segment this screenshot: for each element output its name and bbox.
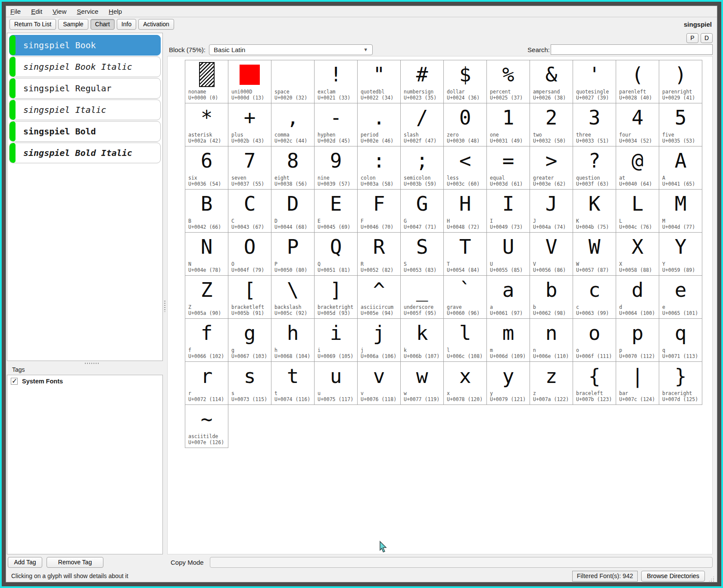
font-list-item[interactable]: singspiel Bold Italic bbox=[9, 143, 161, 163]
glyph-cell-y[interactable]: yyU+0079 (121) bbox=[487, 362, 530, 405]
glyph-cell-g[interactable]: ggU+0067 (103) bbox=[228, 319, 271, 362]
glyph-cell-seven[interactable]: 7sevenU+0037 (55) bbox=[228, 146, 271, 190]
glyph-cell-braceleft[interactable]: {braceleftU+007b (123) bbox=[573, 362, 616, 405]
glyph-cell-H[interactable]: HHU+0048 (72) bbox=[444, 190, 487, 233]
glyph-cell-t[interactable]: ttU+0074 (116) bbox=[271, 362, 315, 405]
glyph-cell-j[interactable]: jjU+006a (106) bbox=[358, 319, 401, 362]
font-list-item[interactable]: singspiel Book bbox=[9, 35, 161, 56]
glyph-cell-percent[interactable]: %percentU+0025 (37) bbox=[487, 60, 530, 103]
glyph-cell-greater[interactable]: >greaterU+003e (62) bbox=[530, 146, 573, 190]
glyph-cell-six[interactable]: 6sixU+0036 (54) bbox=[185, 146, 228, 190]
glyph-cell-backslash[interactable]: \backslashU+005c (92) bbox=[271, 276, 315, 319]
toolbar-button-sample[interactable]: Sample bbox=[58, 19, 88, 30]
glyph-cell-at[interactable]: @atU+0040 (64) bbox=[616, 146, 659, 190]
glyph-cell-Q[interactable]: QQU+0051 (81) bbox=[315, 233, 358, 276]
add-tag-button[interactable]: Add Tag bbox=[8, 557, 42, 568]
glyph-cell-C[interactable]: CCU+0043 (67) bbox=[228, 190, 271, 233]
glyph-cell-R[interactable]: RRU+0052 (82) bbox=[358, 233, 401, 276]
glyph-cell-a[interactable]: aaU+0061 (97) bbox=[487, 276, 530, 319]
glyph-cell-F[interactable]: FFU+0046 (70) bbox=[358, 190, 401, 233]
glyph-cell-p[interactable]: ppU+0070 (112) bbox=[616, 319, 659, 362]
glyph-cell-n[interactable]: nnU+006e (110) bbox=[530, 319, 573, 362]
glyph-cell-eight[interactable]: 8eightU+0038 (56) bbox=[271, 146, 315, 190]
menu-edit[interactable]: Edit bbox=[31, 8, 42, 15]
glyph-cell-M[interactable]: MMU+004d (77) bbox=[659, 190, 702, 233]
glyph-cell-four[interactable]: 4fourU+0034 (52) bbox=[616, 103, 659, 146]
glyph-cell-bracketleft[interactable]: [bracketleftU+005b (91) bbox=[228, 276, 271, 319]
glyph-cell-nine[interactable]: 9nineU+0039 (57) bbox=[315, 146, 358, 190]
glyph-cell-i[interactable]: iiU+0069 (105) bbox=[315, 319, 358, 362]
glyph-cell-K[interactable]: KKU+004b (75) bbox=[573, 190, 616, 233]
glyph-cell-uni000D[interactable]: uni000DU+000d (13) bbox=[228, 60, 271, 103]
glyph-cell-A[interactable]: AAU+0041 (65) bbox=[659, 146, 702, 190]
glyph-cell-B[interactable]: BBU+0042 (66) bbox=[185, 190, 228, 233]
font-list-item[interactable]: singspiel Bold bbox=[9, 121, 161, 142]
glyph-cell-k[interactable]: kkU+006b (107) bbox=[401, 319, 444, 362]
glyph-cell-space[interactable]: spaceU+0020 (32) bbox=[271, 60, 315, 103]
glyph-cell-dollar[interactable]: $dollarU+0024 (36) bbox=[444, 60, 487, 103]
glyph-cell-period[interactable]: .periodU+002e (46) bbox=[358, 103, 401, 146]
glyph-cell-L[interactable]: LLU+004c (76) bbox=[616, 190, 659, 233]
font-list-item[interactable]: singspiel Italic bbox=[9, 100, 161, 120]
font-list-item[interactable]: singspiel Regular bbox=[9, 78, 161, 99]
glyph-cell-asciicircum[interactable]: ^asciicircumU+005e (94) bbox=[358, 276, 401, 319]
glyph-cell-O[interactable]: OOU+004f (79) bbox=[228, 233, 271, 276]
glyph-cell-c[interactable]: ccU+0063 (99) bbox=[573, 276, 616, 319]
glyph-cell-e[interactable]: eeU+0065 (101) bbox=[659, 276, 702, 319]
glyph-cell-S[interactable]: SSU+0053 (83) bbox=[401, 233, 444, 276]
glyph-cell-T[interactable]: TTU+0054 (84) bbox=[444, 233, 487, 276]
glyph-cell-h[interactable]: hhU+0068 (104) bbox=[271, 319, 315, 362]
glyph-cell-five[interactable]: 5fiveU+0035 (53) bbox=[659, 103, 702, 146]
glyph-cell-bracketright[interactable]: ]bracketrightU+005d (93) bbox=[315, 276, 358, 319]
glyph-cell-N[interactable]: NNU+004e (78) bbox=[185, 233, 228, 276]
glyph-cell-v[interactable]: vvU+0076 (118) bbox=[358, 362, 401, 405]
glyph-cell-less[interactable]: <lessU+003c (60) bbox=[444, 146, 487, 190]
menu-view[interactable]: View bbox=[53, 8, 66, 15]
glyph-cell-r[interactable]: rrU+0072 (114) bbox=[185, 362, 228, 405]
remove-tag-button[interactable]: Remove Tag bbox=[47, 557, 103, 568]
glyph-cell-three[interactable]: 3threeU+0033 (51) bbox=[573, 103, 616, 146]
tag-row[interactable]: System Fonts bbox=[11, 378, 159, 385]
glyph-cell-slash[interactable]: /slashU+002f (47) bbox=[401, 103, 444, 146]
toolbar-button-activation[interactable]: Activation bbox=[138, 19, 174, 30]
glyph-cell-equal[interactable]: =equalU+003d (61) bbox=[487, 146, 530, 190]
glyph-cell-U[interactable]: UUU+0055 (85) bbox=[487, 233, 530, 276]
menu-file[interactable]: File bbox=[10, 8, 21, 15]
menu-service[interactable]: Service bbox=[77, 8, 98, 15]
glyph-cell-q[interactable]: qqU+0071 (113) bbox=[659, 319, 702, 362]
glyph-cell-one[interactable]: 1oneU+0031 (49) bbox=[487, 103, 530, 146]
glyph-cell-two[interactable]: 2twoU+0032 (50) bbox=[530, 103, 573, 146]
glyph-cell-f[interactable]: ffU+0066 (102) bbox=[185, 319, 228, 362]
glyph-cell-exclam[interactable]: !exclamU+0021 (33) bbox=[315, 60, 358, 103]
glyph-cell-V[interactable]: VVU+0056 (86) bbox=[530, 233, 573, 276]
glyph-cell-comma[interactable]: ,commaU+002c (44) bbox=[271, 103, 315, 146]
glyph-cell-grave[interactable]: `graveU+0060 (96) bbox=[444, 276, 487, 319]
block-select[interactable]: Basic Latin ▼ bbox=[209, 44, 373, 55]
glyph-cell-quotesingle[interactable]: 'quotesingleU+0027 (39) bbox=[573, 60, 616, 103]
glyph-cell-quotedbl[interactable]: "quotedblU+0022 (34) bbox=[358, 60, 401, 103]
glyph-cell-hyphen[interactable]: -hyphenU+002d (45) bbox=[315, 103, 358, 146]
menu-help[interactable]: Help bbox=[109, 8, 122, 15]
glyph-cell-ampersand[interactable]: &ampersandU+0026 (38) bbox=[530, 60, 573, 103]
horizontal-splitter[interactable] bbox=[7, 361, 163, 366]
glyph-cell-bar[interactable]: |barU+007c (124) bbox=[616, 362, 659, 405]
glyph-cell-G[interactable]: GGU+0047 (71) bbox=[401, 190, 444, 233]
glyph-cell-W[interactable]: WWU+0057 (87) bbox=[573, 233, 616, 276]
vertical-splitter[interactable] bbox=[164, 31, 166, 570]
glyph-cell-zero[interactable]: 0zeroU+0030 (48) bbox=[444, 103, 487, 146]
glyph-cell-z[interactable]: zzU+007a (122) bbox=[530, 362, 573, 405]
glyph-cell-asterisk[interactable]: *asteriskU+002a (42) bbox=[185, 103, 228, 146]
glyph-cell-D[interactable]: DDU+0044 (68) bbox=[271, 190, 315, 233]
glyph-cell-x[interactable]: xxU+0078 (120) bbox=[444, 362, 487, 405]
glyph-cell-parenright[interactable]: )parenrightU+0029 (41) bbox=[659, 60, 702, 103]
glyph-cell-underscore[interactable]: _underscoreU+005f (95) bbox=[401, 276, 444, 319]
glyph-cell-u[interactable]: uuU+0075 (117) bbox=[315, 362, 358, 405]
glyph-cell-colon[interactable]: :colonU+003a (58) bbox=[358, 146, 401, 190]
glyph-cell-noname[interactable]: nonameU+0000 (0) bbox=[185, 60, 228, 103]
resize-grip-icon[interactable] bbox=[708, 576, 714, 582]
tag-checkbox[interactable] bbox=[11, 378, 18, 385]
glyph-cell-asciitilde[interactable]: ~asciitildeU+007e (126) bbox=[185, 405, 228, 448]
glyph-cell-question[interactable]: ?questionU+003f (63) bbox=[573, 146, 616, 190]
glyph-cell-semicolon[interactable]: ;semicolonU+003b (59) bbox=[401, 146, 444, 190]
glyph-cell-braceright[interactable]: }bracerightU+007d (125) bbox=[659, 362, 702, 405]
